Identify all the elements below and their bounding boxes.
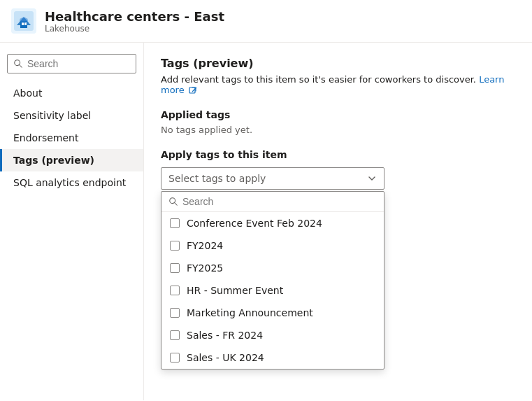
section-description: Add relevant tags to this item so it's e… (161, 74, 515, 95)
lakehouse-icon (11, 8, 36, 34)
tags-dropdown-wrapper: Select tags to apply Conference Event Fe… (161, 167, 384, 190)
item-label-sales-uk: Sales - UK 2024 (187, 352, 264, 363)
sidebar-item-endorsement[interactable]: Endorsement (0, 127, 143, 149)
sidebar-item-sql-analytics[interactable]: SQL analytics endpoint (0, 171, 143, 194)
dropdown-items-list: Conference Event Feb 2024FY2024FY2025HR … (161, 212, 384, 369)
dropdown-search-icon (168, 197, 178, 206)
description-text: Add relevant tags to this item so it's e… (161, 74, 476, 85)
checkbox-marketing[interactable] (170, 308, 180, 318)
checkbox-fy2025[interactable] (170, 263, 180, 273)
item-label-sales-fr: Sales - FR 2024 (187, 330, 263, 341)
sidebar-item-about[interactable]: About (0, 82, 143, 104)
section-title: Tags (preview) (161, 57, 515, 70)
item-label-conference-event: Conference Event Feb 2024 (187, 218, 322, 229)
item-label-hr-summer: HR - Summer Event (187, 285, 283, 296)
nav-menu: AboutSensitivity labelEndorsementTags (p… (0, 82, 143, 194)
search-icon (13, 59, 23, 69)
checkbox-hr-summer[interactable] (170, 286, 180, 295)
checkbox-sales-fr[interactable] (170, 330, 180, 340)
main-layout: AboutSensitivity labelEndorsementTags (p… (0, 43, 532, 400)
dropdown-search-box[interactable] (161, 192, 384, 212)
dropdown-search-input[interactable] (182, 196, 377, 207)
main-content: Tags (preview) Add relevant tags to this… (144, 43, 532, 400)
sidebar-search-box[interactable] (7, 54, 136, 73)
tags-dropdown-panel: Conference Event Feb 2024FY2024FY2025HR … (161, 191, 384, 370)
svg-line-11 (175, 203, 178, 206)
svg-point-5 (20, 17, 28, 23)
search-input[interactable] (27, 58, 130, 69)
item-label-fy2025: FY2025 (187, 262, 223, 274)
sidebar: AboutSensitivity labelEndorsementTags (p… (0, 43, 144, 400)
chevron-down-icon (367, 174, 377, 183)
page-title: Healthcare centers - East (45, 9, 224, 24)
sidebar-item-tags-preview[interactable]: Tags (preview) (0, 149, 143, 171)
no-tags-text: No tags applied yet. (161, 125, 515, 135)
dropdown-item-hr-summer[interactable]: HR - Summer Event (161, 279, 384, 302)
sidebar-item-sensitivity-label[interactable]: Sensitivity label (0, 104, 143, 127)
item-label-fy2024: FY2024 (187, 240, 223, 251)
tags-dropdown-trigger[interactable]: Select tags to apply (161, 167, 384, 190)
dropdown-item-fy2024[interactable]: FY2024 (161, 234, 384, 257)
dropdown-item-marketing[interactable]: Marketing Announcement (161, 302, 384, 324)
applied-tags-title: Applied tags (161, 109, 515, 120)
dropdown-item-conference-event[interactable]: Conference Event Feb 2024 (161, 212, 384, 234)
header-title-block: Healthcare centers - East Lakehouse (45, 9, 224, 34)
checkbox-fy2024[interactable] (170, 241, 180, 251)
checkbox-conference-event[interactable] (170, 218, 180, 228)
svg-line-7 (20, 65, 22, 68)
dropdown-item-sales-uk[interactable]: Sales - UK 2024 (161, 346, 384, 369)
dropdown-item-fy2025[interactable]: FY2025 (161, 257, 384, 279)
external-link-icon (189, 87, 197, 95)
apply-tags-title: Apply tags to this item (161, 149, 515, 160)
item-label-marketing: Marketing Announcement (187, 307, 313, 318)
page-header: Healthcare centers - East Lakehouse (0, 0, 532, 43)
dropdown-placeholder: Select tags to apply (168, 173, 266, 184)
dropdown-item-sales-fr[interactable]: Sales - FR 2024 (161, 324, 384, 346)
checkbox-sales-uk[interactable] (170, 353, 180, 363)
page-subtitle: Lakehouse (45, 24, 224, 34)
